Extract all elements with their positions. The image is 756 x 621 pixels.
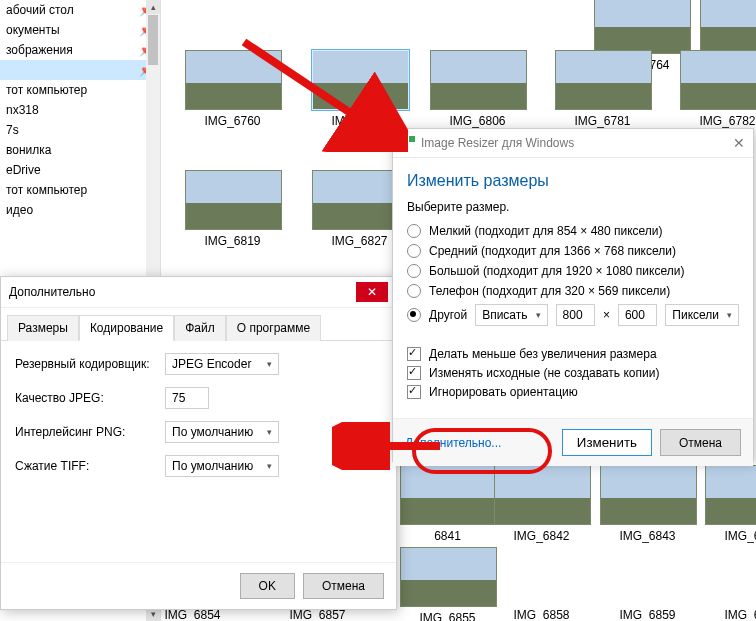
file-tile[interactable]: IMG_6760 — [185, 50, 280, 128]
file-thumbnail — [494, 465, 591, 525]
radio-label: Средний (подходит для 1366 × 768 пиксели… — [429, 244, 676, 258]
sidebar-item[interactable]: nx318 — [0, 100, 160, 120]
sidebar-item-label: окументы — [6, 23, 60, 37]
file-tile[interactable]: IMG_6855 — [400, 547, 495, 621]
resize-button[interactable]: Изменить — [562, 429, 652, 456]
chevron-down-icon: ▾ — [267, 359, 272, 369]
file-thumbnail — [185, 170, 282, 230]
file-tile[interactable]: IMG_6803 — [312, 50, 407, 128]
resizer-footer: Дополнительно... Изменить Отмена — [393, 418, 753, 466]
png-interlace-value: По умолчанию — [172, 425, 253, 439]
size-option-2[interactable]: Большой (подходит для 1920 × 1080 пиксел… — [407, 264, 739, 278]
sidebar-item-label: eDrive — [6, 163, 41, 177]
checkbox-label: Игнорировать ориентацию — [429, 385, 578, 399]
file-tile[interactable]: IMG_6859 — [600, 604, 695, 621]
sidebar-item[interactable]: 📌 — [0, 60, 160, 80]
checkbox-icon — [407, 347, 421, 361]
size-option-1[interactable]: Средний (подходит для 1366 × 768 пиксели… — [407, 244, 739, 258]
file-tile[interactable]: IMG_6842 — [494, 465, 589, 543]
resizer-subheading: Выберите размер. — [407, 200, 739, 214]
resizer-heading: Изменить размеры — [407, 172, 739, 190]
file-label: IMG_6855 — [400, 611, 495, 621]
sidebar-item[interactable]: идео — [0, 200, 160, 220]
tab-2[interactable]: Файл — [174, 315, 226, 341]
sidebar-item-label: абочий стол — [6, 3, 74, 17]
radio-icon — [407, 264, 421, 278]
close-icon[interactable]: ✕ — [733, 135, 745, 151]
file-thumbnail — [705, 465, 756, 525]
sidebar-item[interactable]: зображения📌 — [0, 40, 160, 60]
sidebar-item-label: тот компьютер — [6, 83, 87, 97]
jpeg-quality-input[interactable]: 75 — [165, 387, 209, 409]
png-interlace-select[interactable]: По умолчанию ▾ — [165, 421, 279, 443]
file-label: IMG_6850 — [705, 608, 756, 621]
tab-1[interactable]: Кодирование — [79, 315, 174, 341]
scroll-thumb[interactable] — [148, 15, 158, 65]
checkbox-replace-originals[interactable]: Изменять исходные (не создавать копии) — [407, 366, 739, 380]
radio-label: Мелкий (подходит для 854 × 480 пиксели) — [429, 224, 663, 238]
app-title: Image Resizer для Windows — [421, 136, 574, 150]
file-tile[interactable]: IMG_6806 — [430, 50, 525, 128]
custom-label: Другой — [429, 308, 467, 322]
file-tile[interactable]: IMG_6858 — [494, 604, 589, 621]
close-icon[interactable]: ✕ — [356, 282, 388, 302]
ok-button[interactable]: OK — [240, 573, 295, 599]
tiff-compress-value: По умолчанию — [172, 459, 253, 473]
sidebar-item[interactable]: тот компьютер — [0, 180, 160, 200]
file-tile[interactable]: IMG_6844 — [705, 465, 756, 543]
radio-icon — [407, 224, 421, 238]
backup-encoder-value: JPEG Encoder — [172, 357, 251, 371]
cancel-button[interactable]: Отмена — [660, 429, 741, 456]
file-tile[interactable]: IMG_6850 — [705, 604, 756, 621]
checkbox-icon — [407, 385, 421, 399]
file-label: IMG_6781 — [555, 114, 650, 128]
tab-0[interactable]: Размеры — [7, 315, 79, 341]
file-label: IMG_6782 — [680, 114, 756, 128]
sidebar-item-label: идео — [6, 203, 33, 217]
checkbox-icon — [407, 366, 421, 380]
height-input[interactable]: 600 — [618, 304, 657, 326]
file-tile[interactable]: IMG_6843 — [600, 465, 695, 543]
file-label: IMG_6858 — [494, 608, 589, 621]
cancel-button[interactable]: Отмена — [303, 573, 384, 599]
sidebar-item[interactable]: тот компьютер — [0, 80, 160, 100]
file-thumbnail — [400, 547, 497, 607]
file-thumbnail — [312, 50, 409, 110]
tab-3[interactable]: О программе — [226, 315, 321, 341]
file-tile[interactable]: IMG_6782 — [680, 50, 756, 128]
advanced-link[interactable]: Дополнительно... — [405, 436, 501, 450]
size-option-custom[interactable]: Другой Вписать ▾ 800 × 600 Пиксели ▾ — [407, 304, 739, 326]
tab-body-encoding: Резервный кодировщик: JPEG Encoder ▾ Кач… — [1, 341, 396, 501]
advanced-dialog: Дополнительно ✕ РазмерыКодированиеФайлО … — [0, 276, 397, 610]
file-tile[interactable]: IMG_6781 — [555, 50, 650, 128]
file-thumbnail — [555, 50, 652, 110]
sidebar-item[interactable]: окументы📌 — [0, 20, 160, 40]
radio-label: Большой (подходит для 1920 × 1080 пиксел… — [429, 264, 684, 278]
sidebar-item[interactable]: 7s — [0, 120, 160, 140]
file-label: IMG_6819 — [185, 234, 280, 248]
checkbox-label: Делать меньше без увеличения размера — [429, 347, 657, 361]
sidebar-item[interactable]: абочий стол📌 — [0, 0, 160, 20]
sidebar-item[interactable]: вонилка — [0, 140, 160, 160]
png-interlace-label: Интерлейсинг PNG: — [15, 425, 165, 439]
file-label: IMG_6760 — [185, 114, 280, 128]
file-tile[interactable]: IMG_6819 — [185, 170, 280, 248]
file-label: IMG_6842 — [494, 529, 589, 543]
tiff-compress-select[interactable]: По умолчанию ▾ — [165, 455, 279, 477]
units-select[interactable]: Пиксели ▾ — [665, 304, 739, 326]
width-input[interactable]: 800 — [556, 304, 595, 326]
tiff-compress-label: Сжатие TIFF: — [15, 459, 165, 473]
size-option-3[interactable]: Телефон (подходит для 320 × 569 пиксели) — [407, 284, 739, 298]
size-option-0[interactable]: Мелкий (подходит для 854 × 480 пиксели) — [407, 224, 739, 238]
file-label: IMG_6803 — [312, 114, 407, 128]
file-tile[interactable]: 6841 — [400, 465, 495, 543]
sidebar-item[interactable]: eDrive — [0, 160, 160, 180]
scroll-up-icon[interactable]: ▴ — [146, 0, 160, 14]
checkbox-ignore-orientation[interactable]: Игнорировать ориентацию — [407, 385, 739, 399]
app-icon — [401, 136, 415, 150]
sidebar-item-label: nx318 — [6, 103, 39, 117]
sidebar-item-label: вонилка — [6, 143, 51, 157]
checkbox-shrink-only[interactable]: Делать меньше без увеличения размера — [407, 347, 739, 361]
backup-encoder-select[interactable]: JPEG Encoder ▾ — [165, 353, 279, 375]
fit-mode-select[interactable]: Вписать ▾ — [475, 304, 547, 326]
